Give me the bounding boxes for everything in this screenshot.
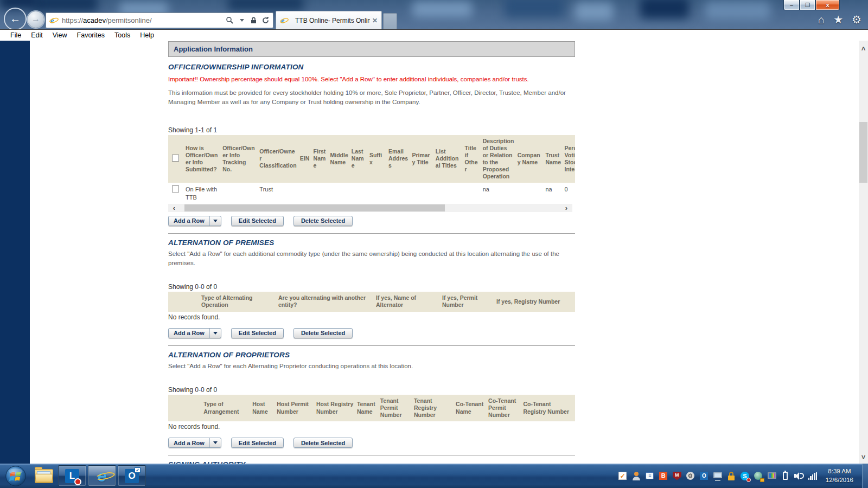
- display-icon[interactable]: [713, 471, 723, 481]
- officer-showing-label: Showing 1-1 of 1: [168, 126, 575, 134]
- start-button[interactable]: [4, 465, 27, 487]
- messenger-icon[interactable]: ≡: [645, 471, 655, 481]
- show-desktop-button[interactable]: [862, 464, 868, 488]
- menu-favorites[interactable]: Favorites: [72, 31, 110, 39]
- proprietors-description: Select "Add a Row" for each Alternating …: [168, 362, 575, 371]
- url-text[interactable]: https://acadev/permitsonline/: [62, 16, 226, 24]
- skype-icon[interactable]: S: [740, 471, 750, 481]
- delete-selected-button[interactable]: Delete Selected: [293, 328, 353, 338]
- delete-selected-button[interactable]: Delete Selected: [293, 438, 353, 448]
- ie-taskbar-button[interactable]: e: [88, 465, 116, 486]
- column-header: Host Name: [251, 395, 275, 421]
- column-header: Email Address: [387, 135, 410, 183]
- network-signal-icon[interactable]: [808, 471, 818, 481]
- glass-blob: [0, 0, 38, 9]
- outlook-mini-icon[interactable]: O: [699, 471, 709, 481]
- row-checkbox[interactable]: [172, 185, 179, 192]
- lync-taskbar-button[interactable]: L: [58, 465, 86, 486]
- add-row-button[interactable]: Add a Row: [168, 216, 221, 226]
- table-cell: [312, 183, 329, 204]
- outlook-taskbar-button[interactable]: O ✓: [118, 465, 146, 486]
- section-divider: [168, 233, 575, 234]
- select-all-checkbox[interactable]: [172, 155, 179, 162]
- browser-tab[interactable]: e TTB Online- Permits Online... ✕: [276, 11, 382, 30]
- address-bar[interactable]: e https://acadev/permitsonline/: [46, 12, 273, 28]
- officer-buttons: Add a Row Edit Selected Delete Selected: [168, 216, 575, 226]
- premises-description: Select "Add a Row" for each additional c…: [168, 249, 575, 268]
- minimize-button[interactable]: –: [783, 0, 800, 10]
- add-row-button[interactable]: Add a Row: [168, 438, 221, 448]
- add-row-dropdown[interactable]: [209, 438, 221, 447]
- table-cell: [516, 183, 544, 204]
- edit-selected-button[interactable]: Edit Selected: [231, 216, 284, 226]
- restore-button[interactable]: ❐: [800, 0, 815, 10]
- scrollbar-thumb[interactable]: [184, 204, 445, 211]
- add-row-label: Add a Row: [169, 440, 209, 446]
- secure-globe-icon[interactable]: [754, 471, 763, 481]
- box-b-icon[interactable]: B: [659, 471, 668, 481]
- refresh-icon[interactable]: [261, 16, 270, 24]
- application-form: Application Information OFFICER/OWNERSHI…: [168, 41, 575, 464]
- left-navy-sidebar: [0, 41, 30, 464]
- scrollbar-thumb[interactable]: [859, 122, 867, 183]
- mcafee-shield-icon[interactable]: M: [672, 471, 682, 481]
- officer-horizontal-scrollbar[interactable]: ‹ ›: [168, 204, 572, 212]
- menu-edit[interactable]: Edit: [26, 31, 48, 39]
- premises-buttons: Add a Row Edit Selected Delete Selected: [168, 328, 575, 338]
- add-row-dropdown[interactable]: [209, 329, 221, 338]
- table-cell: [298, 183, 312, 204]
- add-row-dropdown[interactable]: [209, 216, 221, 226]
- battery-icon[interactable]: [781, 471, 790, 481]
- tab-close-icon[interactable]: ✕: [372, 17, 378, 24]
- clock-date: 12/6/2016: [826, 476, 853, 485]
- scroll-left-icon[interactable]: ‹: [168, 204, 180, 212]
- tab-title: TTB Online- Permits Online...: [295, 17, 370, 24]
- close-button[interactable]: x: [815, 0, 840, 10]
- column-header: Company Name: [516, 135, 544, 183]
- alternation-proprietors-heading: ALTERNATION OF PROPRIETORS: [168, 351, 575, 359]
- lock-icon[interactable]: [726, 471, 736, 481]
- column-header: Type of Arrangement: [202, 395, 251, 421]
- scroll-right-icon[interactable]: ›: [560, 204, 572, 212]
- menu-file[interactable]: File: [5, 31, 26, 39]
- favorites-star-icon[interactable]: ★: [833, 14, 843, 25]
- add-row-button[interactable]: Add a Row: [168, 328, 221, 338]
- section-divider: [168, 455, 575, 455]
- delete-selected-button[interactable]: Delete Selected: [293, 216, 353, 226]
- glass-blob: [640, 0, 689, 18]
- volume-icon[interactable]: [794, 471, 804, 481]
- scroll-up-icon[interactable]: ˄: [859, 44, 868, 53]
- section-divider: [168, 345, 575, 346]
- system-tray: ✓ ≡ B M O S 8:39 AM 12/6/2016: [618, 467, 862, 484]
- column-header: Suffix: [368, 135, 387, 183]
- select-column-header[interactable]: [168, 135, 184, 183]
- glass-blob: [33, 0, 98, 12]
- target-rings-icon[interactable]: [686, 471, 695, 481]
- table-row: On File with TTBTrustnana0: [168, 183, 575, 204]
- menu-tools[interactable]: Tools: [110, 31, 135, 39]
- taskbar: L e O ✓ ✓ ≡ B M O S 8:39 AM 12/6/2016: [0, 464, 868, 488]
- column-header: Type of Alternating Operation: [200, 292, 277, 311]
- edit-selected-button[interactable]: Edit Selected: [231, 328, 284, 338]
- tasks-check-icon[interactable]: ✓: [618, 471, 628, 481]
- menu-help[interactable]: Help: [135, 31, 159, 39]
- scroll-down-icon[interactable]: ˅: [859, 452, 868, 461]
- presence-person-icon[interactable]: [631, 471, 641, 481]
- new-tab-button[interactable]: [383, 13, 397, 30]
- taskbar-clock[interactable]: 8:39 AM 12/6/2016: [826, 467, 853, 484]
- back-button[interactable]: ←: [5, 9, 25, 29]
- address-dropdown-icon[interactable]: [238, 16, 246, 24]
- row-select-cell: [168, 183, 184, 204]
- officer-description: This information must be provided for ev…: [168, 88, 575, 107]
- menu-view[interactable]: View: [48, 31, 72, 39]
- proprietors-table: Type of ArrangementHost NameHost Permit …: [168, 395, 575, 421]
- edit-selected-button[interactable]: Edit Selected: [231, 438, 284, 448]
- remote-display-icon[interactable]: [767, 471, 777, 481]
- explorer-taskbar-icon[interactable]: [31, 465, 56, 487]
- settings-gear-icon[interactable]: ⚙: [852, 14, 861, 25]
- vertical-scrollbar[interactable]: ˄ ˅: [859, 41, 868, 464]
- forward-button[interactable]: →: [28, 11, 44, 28]
- search-icon[interactable]: [226, 16, 234, 24]
- home-icon[interactable]: ⌂: [818, 14, 825, 25]
- column-header: Trust Name: [544, 135, 563, 183]
